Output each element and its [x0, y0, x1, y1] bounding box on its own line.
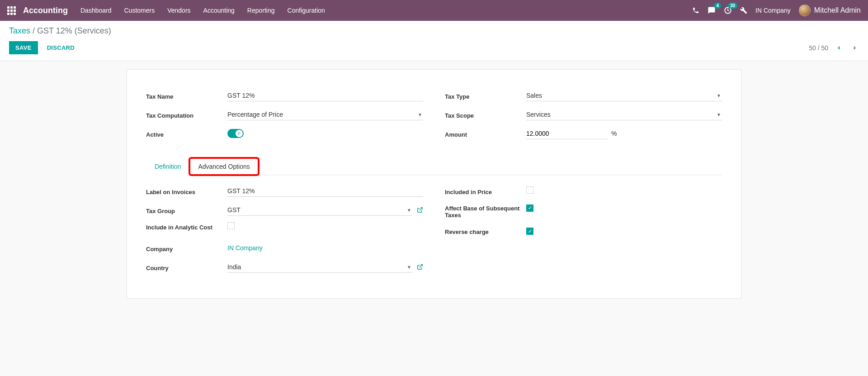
- top-navbar: Accounting Dashboard Customers Vendors A…: [0, 0, 868, 21]
- tab-definition[interactable]: Definition: [146, 158, 189, 175]
- breadcrumb-sep: /: [30, 26, 37, 35]
- nav-item-accounting[interactable]: Accounting: [203, 7, 235, 14]
- tab-advanced-options[interactable]: Advanced Options: [189, 158, 258, 175]
- tax-type-label: Tax Type: [445, 91, 526, 100]
- active-toggle[interactable]: ✓: [227, 129, 244, 138]
- company-switcher[interactable]: IN Company: [755, 7, 791, 14]
- form-sheet: Tax Name Tax Computation ▼ Active: [127, 69, 741, 299]
- company-label: Company: [146, 244, 227, 252]
- adv-left-column: Label on Invoices Tax Group ▼: [146, 184, 423, 279]
- tax-computation-select[interactable]: [227, 109, 423, 120]
- messages-icon[interactable]: 4: [708, 6, 716, 14]
- external-link-icon[interactable]: [417, 264, 423, 270]
- discard-button[interactable]: DISCARD: [47, 44, 75, 51]
- label-on-invoices-input[interactable]: [227, 186, 423, 197]
- company-value-link[interactable]: IN Company: [227, 244, 263, 252]
- nav-item-dashboard[interactable]: Dashboard: [80, 7, 112, 14]
- apps-icon[interactable]: [7, 6, 16, 15]
- tab-bar: Definition Advanced Options: [146, 157, 722, 175]
- amount-input[interactable]: [526, 128, 608, 139]
- app-brand[interactable]: Accounting: [23, 6, 68, 15]
- control-panel: Taxes / GST 12% (Services) SAVE DISCARD …: [0, 21, 868, 61]
- username: Mitchell Admin: [814, 6, 861, 14]
- nav-item-reporting[interactable]: Reporting: [247, 7, 275, 14]
- advanced-options-panel: Label on Invoices Tax Group ▼: [146, 184, 722, 279]
- pager-prev-icon[interactable]: [835, 45, 844, 51]
- breadcrumb-current: GST 12% (Services): [37, 26, 111, 35]
- tax-name-label: Tax Name: [146, 91, 227, 100]
- tax-scope-label: Tax Scope: [445, 110, 526, 119]
- tax-group-select[interactable]: [227, 205, 412, 216]
- include-analytic-checkbox[interactable]: [227, 222, 235, 229]
- adv-right-column: Included in Price Affect Base of Subsequ…: [445, 184, 722, 279]
- tax-scope-select[interactable]: [526, 109, 722, 120]
- active-label: Active: [146, 129, 227, 138]
- breadcrumb: Taxes / GST 12% (Services): [9, 26, 859, 36]
- form-container: Tax Name Tax Computation ▼ Active: [118, 69, 750, 299]
- amount-label: Amount: [445, 129, 526, 138]
- country-select[interactable]: [227, 262, 412, 273]
- save-button[interactable]: SAVE: [9, 41, 38, 54]
- reverse-charge-label: Reverse charge: [445, 227, 526, 235]
- tax-group-label: Tax Group: [146, 206, 227, 214]
- nav-item-vendors[interactable]: Vendors: [167, 7, 190, 14]
- affect-base-checkbox[interactable]: ✓: [526, 205, 533, 212]
- amount-unit: %: [611, 130, 617, 137]
- tax-computation-label: Tax Computation: [146, 110, 227, 119]
- nav-right: 4 30 IN Company Mitchell Admin: [692, 5, 861, 16]
- label-on-invoices-label: Label on Invoices: [146, 187, 227, 195]
- tax-type-select[interactable]: [526, 90, 722, 101]
- form-left-column: Tax Name Tax Computation ▼ Active: [146, 89, 423, 146]
- country-label: Country: [146, 263, 227, 271]
- included-in-price-label: Included in Price: [445, 187, 526, 195]
- reverse-charge-checkbox[interactable]: ✓: [526, 228, 533, 235]
- form-right-column: Tax Type ▼ Tax Scope ▼ Amount: [445, 89, 722, 146]
- pager-text: 50 / 50: [809, 44, 828, 52]
- include-analytic-label: Include in Analytic Cost: [146, 222, 227, 231]
- messages-badge: 4: [714, 3, 721, 9]
- breadcrumb-root[interactable]: Taxes: [9, 26, 30, 35]
- external-link-icon[interactable]: [417, 207, 423, 213]
- nav-item-customers[interactable]: Customers: [124, 7, 155, 14]
- user-menu[interactable]: Mitchell Admin: [799, 5, 861, 16]
- pager-next-icon[interactable]: [850, 45, 859, 51]
- activities-icon[interactable]: 30: [724, 6, 732, 14]
- activities-badge: 30: [728, 3, 737, 9]
- nav-item-configuration[interactable]: Configuration: [288, 7, 325, 14]
- nav-menu: Dashboard Customers Vendors Accounting R…: [80, 7, 692, 14]
- phone-icon[interactable]: [692, 7, 699, 14]
- check-icon: ✓: [236, 130, 243, 137]
- affect-base-label: Affect Base of Subsequent Taxes: [445, 203, 526, 219]
- included-in-price-checkbox[interactable]: [526, 186, 533, 194]
- avatar: [799, 5, 811, 16]
- tools-icon[interactable]: [740, 7, 747, 14]
- tax-name-input[interactable]: [227, 90, 423, 101]
